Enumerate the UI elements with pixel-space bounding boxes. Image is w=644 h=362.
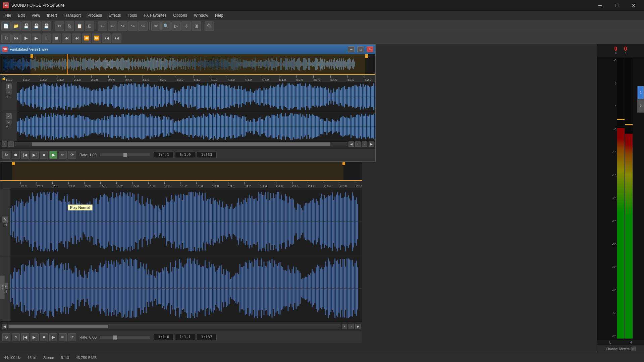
zoom-in-btn[interactable]: + — [355, 141, 361, 147]
loop-button[interactable]: ↻ — [1, 34, 11, 43]
magnify-button[interactable]: 🔍 — [161, 21, 171, 31]
play-sel-button2[interactable]: ▶ — [32, 34, 41, 43]
rewind-button[interactable]: ⏪ — [82, 34, 91, 43]
mix-button[interactable]: ⊞ — [192, 21, 201, 31]
lower-wt-stop[interactable]: ■ — [40, 333, 48, 341]
copy-button[interactable]: ⎘ — [65, 21, 74, 31]
save-all-button[interactable]: 💾 — [42, 21, 51, 31]
maximize-button[interactable]: □ — [609, 0, 625, 11]
lower-ruler-tick: 1:1.2 — [52, 181, 59, 188]
wave-minimize-button[interactable]: ─ — [348, 46, 355, 52]
fast-forward-button[interactable]: ⏩ — [92, 34, 101, 43]
select-button[interactable]: ⊹ — [181, 21, 191, 31]
remove-track-button[interactable]: - — [8, 141, 14, 147]
lower-ruler-tick: 1:1.3 — [68, 181, 75, 188]
lower-channel-2: M -Inf. — [0, 255, 362, 321]
horizontal-scrollbar[interactable] — [15, 142, 347, 146]
lower-wt-next[interactable]: ▶| — [31, 333, 39, 341]
go-next-button[interactable]: ⏭ — [102, 34, 111, 43]
wt-loop-btn[interactable]: ↻ — [2, 151, 10, 159]
menu-help[interactable]: Help — [212, 11, 227, 20]
peak-right-value: 0 — [624, 46, 627, 52]
left-tabs: Fun — [0, 276, 5, 299]
meter-l-label: L — [609, 341, 611, 344]
wt-record-btn[interactable]: ⏺ — [12, 151, 20, 159]
wt-scrub-btn[interactable]: ⟳ — [68, 151, 76, 159]
menu-fx-favorites[interactable]: FX Favorites — [141, 11, 170, 20]
menu-edit[interactable]: Edit — [14, 11, 28, 20]
wt-next-btn[interactable]: ▶| — [31, 151, 39, 159]
zoom-out-btn[interactable]: - — [362, 141, 367, 147]
pencil-button[interactable]: ✏ — [151, 21, 161, 31]
menu-tools[interactable]: Tools — [124, 11, 141, 20]
channel-1-level: -Inf. — [6, 95, 11, 98]
lower-rate-slider[interactable] — [100, 336, 150, 339]
menu-transport[interactable]: Transport — [60, 11, 84, 20]
meter-options-btn[interactable]: □ — [631, 347, 636, 351]
wave-channels: 1 M -Inf. — [0, 82, 375, 139]
scroll-left-btn[interactable]: ◀ — [348, 141, 354, 147]
plugin-button[interactable]: 🔌 — [205, 21, 214, 31]
play-sel-button[interactable]: ▷ — [171, 21, 181, 31]
lower-scrollbar[interactable] — [8, 324, 340, 328]
num-tab-1[interactable]: 1 — [637, 86, 644, 99]
wt-edit-btn[interactable]: ✏ — [59, 151, 67, 159]
menu-process[interactable]: Process — [84, 11, 105, 20]
channel-1-mute[interactable]: M — [6, 90, 12, 94]
redo2-button[interactable]: ↪ — [128, 21, 138, 31]
menu-options[interactable]: Options — [170, 11, 191, 20]
lower-rate-slider-thumb[interactable] — [113, 336, 117, 340]
lower-wt-loop[interactable]: ↻ — [12, 333, 20, 341]
go-prev-button[interactable]: ⏮ — [72, 34, 81, 43]
pause-button[interactable]: ⏸ — [42, 34, 51, 43]
open-button[interactable]: 📁 — [11, 21, 21, 31]
lower-wt-edit[interactable]: ✏ — [59, 333, 67, 341]
go-end-button[interactable]: ⏭ — [112, 34, 121, 43]
lower-zoom-out[interactable]: - — [348, 324, 354, 329]
add-track-button[interactable]: + — [2, 141, 7, 147]
wt-play-btn[interactable]: ▶ — [49, 151, 57, 159]
menu-effects[interactable]: Effects — [105, 11, 124, 20]
lower-scroll-right[interactable]: ▶ — [355, 324, 361, 329]
pre-roll-button[interactable]: ⏮ — [11, 34, 21, 43]
trim-button[interactable]: ⊡ — [85, 21, 94, 31]
undo-button[interactable]: ↩ — [98, 21, 107, 31]
paste-button[interactable]: 📋 — [75, 21, 84, 31]
new-button[interactable]: 📄 — [1, 21, 11, 31]
redo3-button[interactable]: ↪ — [138, 21, 148, 31]
lower-wt-scrub[interactable]: ⟳ — [68, 333, 76, 341]
left-tab-fun[interactable]: Fun — [0, 276, 5, 299]
menu-file[interactable]: File — [1, 11, 14, 20]
wave-restore-button[interactable]: □ — [357, 46, 364, 52]
play-button[interactable]: ▶ — [21, 34, 31, 43]
save-button[interactable]: 💾 — [21, 21, 31, 31]
menu-window[interactable]: Window — [191, 11, 212, 20]
save-as-button[interactable]: 💾 — [32, 21, 41, 31]
scroll-right-btn[interactable]: ▶ — [369, 141, 374, 147]
wt-stop-btn[interactable]: ■ — [40, 151, 48, 159]
scale-0: 0 — [609, 105, 616, 108]
meter-lr-labels: L R — [597, 340, 644, 345]
num-tab-2[interactable]: 2 — [637, 99, 644, 113]
rate-slider[interactable] — [100, 154, 150, 156]
lower-wt-btn1[interactable]: ⊙ — [2, 333, 10, 341]
rate-slider-thumb[interactable] — [123, 153, 127, 157]
stop-button[interactable]: ⏹ — [52, 34, 61, 43]
lower-ruler-tick: 1:2.2 — [116, 181, 123, 188]
wt-prev-btn[interactable]: |◀ — [21, 151, 29, 159]
svg-rect-15 — [18, 60, 18, 68]
channel-2-mute[interactable]: M — [6, 120, 12, 124]
minimize-button[interactable]: ─ — [592, 0, 608, 11]
lower-wt-play[interactable]: ▶ — [49, 333, 57, 341]
undo2-button[interactable]: ↩ — [108, 21, 117, 31]
lower-wt-prev[interactable]: |◀ — [21, 333, 29, 341]
cut-button[interactable]: ✂ — [55, 21, 64, 31]
close-button[interactable]: ✕ — [626, 0, 641, 11]
wave-close-button[interactable]: ✕ — [367, 46, 373, 52]
go-start-button[interactable]: ⏮ — [62, 34, 71, 43]
redo-button[interactable]: ↪ — [118, 21, 127, 31]
menu-view[interactable]: View — [28, 11, 44, 20]
menu-insert[interactable]: Insert — [44, 11, 60, 20]
lower-zoom-in[interactable]: + — [342, 324, 347, 329]
lower-scroll-left[interactable]: ◀ — [2, 324, 7, 329]
